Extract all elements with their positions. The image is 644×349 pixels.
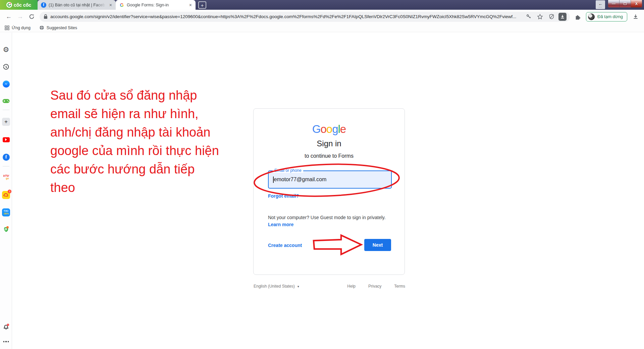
tab-title: Google Forms: Sign-in xyxy=(127,3,186,7)
window-minimize-button[interactable]: — xyxy=(608,0,620,7)
apps-grid-icon xyxy=(5,26,9,30)
sidebar-games-button[interactable] xyxy=(2,97,10,105)
reload-icon xyxy=(29,14,35,19)
url-text[interactable]: accounts.google.com/signin/v2/identifier… xyxy=(50,14,522,19)
guest-mode-text: Not your computer? Use Guest mode to sig… xyxy=(268,215,386,220)
bookmark-label: Ứng dụng xyxy=(12,26,31,30)
tab-google-forms-signin[interactable]: G Google Forms: Sign-in × xyxy=(116,0,196,10)
tab-close-icon[interactable]: × xyxy=(188,2,193,8)
extension-paused-button[interactable]: Đã tạm dừng xyxy=(586,12,627,21)
window-close-button[interactable]: X xyxy=(631,0,642,7)
tab-strip: cốc cốc f (1) Bán oto cũ tại nhật | Face… xyxy=(0,0,644,10)
annotation-line: theo xyxy=(50,179,219,197)
bookmark-apps[interactable]: Ứng dụng xyxy=(5,26,31,30)
coccoc-sidebar: ⚙ + f VTV xyxy=(0,33,12,349)
facebook-favicon-icon: f xyxy=(41,2,46,8)
sidebar-tiki-button[interactable]: TIKI -50% xyxy=(2,208,10,216)
language-selector[interactable]: English (United States) ▾ xyxy=(254,284,299,289)
bookmarks-bar: Ứng dụng Suggested Sites xyxy=(0,23,644,32)
green-app-icon xyxy=(2,225,10,233)
extension-avatar xyxy=(588,13,595,20)
email-field-value[interactable]: emotor77@gmail.com xyxy=(274,177,327,183)
coccoc-menu-button[interactable]: cốc cốc xyxy=(0,0,38,10)
sidebar-settings-button[interactable]: ⚙ xyxy=(2,46,10,53)
overlay-dots-icon: ... xyxy=(599,6,602,7)
forward-button: → xyxy=(15,12,25,21)
annotation-line: các bước hướng dẫn tiếp xyxy=(50,160,219,179)
sidebar-notifications-button[interactable] xyxy=(2,323,10,331)
signin-footer: English (United States) ▾ Help Privacy T… xyxy=(254,284,405,289)
sidebar-vtvgo-button[interactable]: VTV go xyxy=(2,173,10,181)
google-favicon-icon: G xyxy=(119,2,124,8)
sidebar-divider xyxy=(3,110,9,110)
privacy-link[interactable]: Privacy xyxy=(368,284,381,289)
learn-more-link[interactable]: Learn more xyxy=(268,222,293,227)
browser-toolbar: ← → accounts.google.com/signin/v2/identi… xyxy=(0,10,644,23)
notification-badge: 3 xyxy=(8,190,11,193)
google-signin-card: Google Sign in to continue to Forms Emai… xyxy=(253,108,405,275)
sidebar-history-button[interactable] xyxy=(2,63,10,71)
bell-icon xyxy=(2,323,10,331)
screenshot-back-overlay-button[interactable]: ← ... xyxy=(596,0,605,9)
annotation-line: email sẽ hiện ra như hình, xyxy=(50,105,219,123)
shield-icon[interactable] xyxy=(547,12,556,21)
language-label: English (United States) xyxy=(254,284,295,289)
terms-link[interactable]: Terms xyxy=(394,284,405,289)
lock-icon xyxy=(44,14,48,19)
bookmark-label: Suggested Sites xyxy=(47,26,77,30)
instruction-annotation-text: Sau đó cửa sổ đăng nhậpemail sẽ hiện ra … xyxy=(50,86,219,197)
tab-close-icon[interactable]: × xyxy=(108,2,113,8)
history-icon xyxy=(3,64,9,70)
tiki-discount-label: -50% xyxy=(3,212,9,215)
messenger-icon xyxy=(3,81,10,88)
facebook-icon: f xyxy=(3,154,10,161)
bookmark-star-icon[interactable] xyxy=(536,12,544,21)
annotation-line: google của mình rồi thực hiện xyxy=(50,142,219,160)
address-bar[interactable]: accounts.google.com/signin/v2/identifier… xyxy=(40,12,570,22)
window-controls: ← ... — X xyxy=(596,0,644,10)
annotation-line: Sau đó cửa sổ đăng nhập xyxy=(50,86,219,105)
key-icon[interactable] xyxy=(524,12,533,21)
sidebar-more-button[interactable] xyxy=(2,338,10,345)
next-button[interactable]: Next xyxy=(364,239,391,251)
tiki-icon-label: TIKI xyxy=(4,210,8,212)
sidebar-youtube-button[interactable] xyxy=(2,136,10,143)
tab-title: (1) Bán oto cũ tại nhật | Faceb xyxy=(49,3,106,7)
sidebar-add-button[interactable]: + xyxy=(2,118,10,126)
more-dots-icon xyxy=(3,341,9,342)
tab-facebook[interactable]: f (1) Bán oto cũ tại nhật | Faceb × xyxy=(38,0,116,10)
coccoc-logo-icon xyxy=(6,2,12,8)
help-link[interactable]: Help xyxy=(347,284,356,289)
gear-icon: ⚙ xyxy=(3,46,9,53)
sidebar-green-app-button[interactable] xyxy=(2,225,10,233)
youtube-icon xyxy=(3,137,10,142)
vtv-go-icon: VTV go xyxy=(3,174,9,180)
sidebar-facebook-button[interactable]: f xyxy=(2,153,10,161)
extension-paused-label: Đã tạm dừng xyxy=(597,14,623,19)
create-account-link[interactable]: Create account xyxy=(268,243,302,248)
signin-heading: Sign in xyxy=(254,139,405,148)
maximize-icon xyxy=(624,2,627,5)
downloads-tray-icon[interactable] xyxy=(631,12,640,21)
sidebar-game-app-button[interactable]: 3 xyxy=(2,191,10,199)
coccoc-brand-label: cốc cốc xyxy=(14,2,31,8)
page-content: ⚙ + f VTV xyxy=(0,33,644,349)
signin-subtitle: to continue to Forms xyxy=(254,153,405,159)
text-cursor xyxy=(273,177,274,183)
back-button[interactable]: ← xyxy=(4,12,13,21)
sidebar-messenger-button[interactable] xyxy=(2,80,10,88)
email-field[interactable]: Email or phone emotor77@gmail.com xyxy=(268,170,392,189)
gamepad-icon xyxy=(2,99,10,103)
sidebar-divider xyxy=(3,166,9,166)
bookmark-suggested-sites[interactable]: Suggested Sites xyxy=(39,25,77,30)
google-logo: Google xyxy=(254,123,405,136)
download-manager-icon[interactable] xyxy=(558,13,567,21)
extensions-puzzle-icon[interactable] xyxy=(573,12,582,21)
globe-icon xyxy=(39,25,44,30)
forgot-email-link[interactable]: Forgot email? xyxy=(268,193,299,199)
window-maximize-button[interactable] xyxy=(620,0,631,7)
new-tab-button[interactable]: + xyxy=(198,1,206,9)
email-field-label: Email or phone xyxy=(273,168,303,173)
reload-button[interactable] xyxy=(27,12,36,21)
chevron-down-icon: ▾ xyxy=(298,285,299,288)
